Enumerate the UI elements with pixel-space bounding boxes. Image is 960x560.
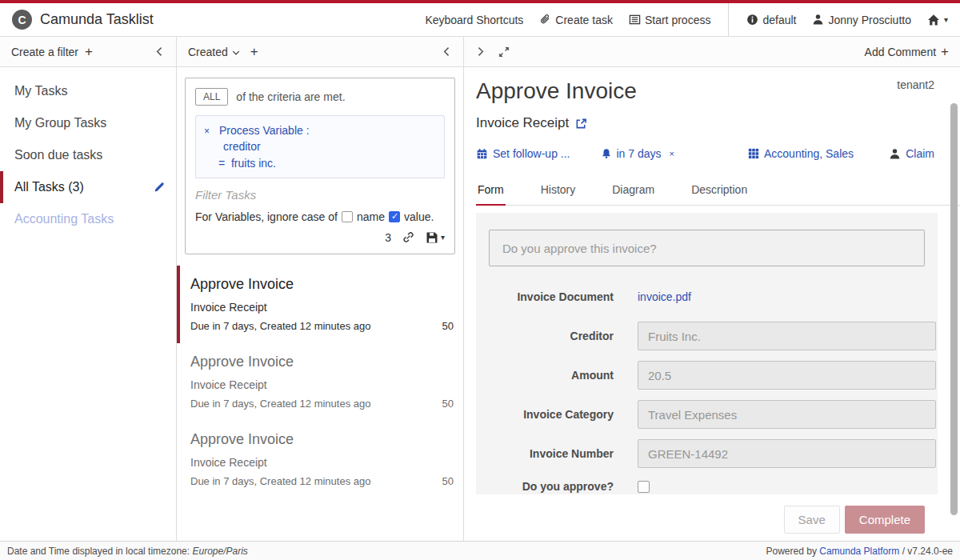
- claim-label: Claim: [906, 147, 934, 160]
- groups-button[interactable]: Accounting, Sales: [748, 147, 854, 160]
- user-menu[interactable]: Jonny Prosciutto: [812, 14, 911, 26]
- filter-label: My Tasks: [14, 84, 67, 98]
- detail-tabs: Form History Diagram Description: [476, 176, 960, 206]
- criterion-type[interactable]: Process Variable :: [219, 122, 310, 138]
- sort-by-label[interactable]: Created: [188, 46, 228, 58]
- filter-label: Accounting Tasks: [14, 212, 114, 226]
- ignore-case-row: For Variables, ignore case of name value…: [195, 210, 445, 223]
- filter-item-soon-due-tasks[interactable]: Soon due tasks: [0, 139, 176, 171]
- collapse-list-icon[interactable]: [442, 46, 452, 57]
- edit-filter-icon[interactable]: [154, 182, 165, 193]
- filter-list: My Tasks My Group Tasks Soon due tasks A…: [0, 67, 176, 235]
- task-actions-row: Set follow-up ... in 7 days × Accounting…: [476, 147, 960, 160]
- remove-criterion-icon[interactable]: ×: [204, 125, 210, 138]
- task-detail-panel: Add Comment + Approve Invoice tenant2 In…: [464, 37, 960, 541]
- collapse-sidebar-icon[interactable]: [154, 46, 165, 57]
- filter-item-accounting-tasks[interactable]: Accounting Tasks: [0, 203, 176, 235]
- value-checkbox-label: value.: [404, 210, 434, 223]
- header-menu: Keyboard Shortcuts Create task Start pro…: [425, 3, 948, 36]
- create-task-button[interactable]: Create task: [539, 14, 613, 26]
- tab-description[interactable]: Description: [690, 176, 749, 206]
- home-menu[interactable]: ▾: [927, 14, 948, 26]
- invoice-category-input[interactable]: [638, 400, 936, 429]
- external-link-icon[interactable]: [575, 118, 587, 130]
- caret-down-icon: ▾: [944, 15, 948, 24]
- expand-fullscreen-icon[interactable]: [498, 46, 510, 58]
- task-priority: 50: [442, 320, 454, 332]
- app-title: Camunda Tasklist: [40, 11, 154, 28]
- create-filter-button[interactable]: +: [85, 44, 93, 60]
- tenant-badge: tenant2: [897, 78, 934, 91]
- field-label: Creditor: [476, 330, 614, 342]
- criterion-operator[interactable]: =: [218, 157, 225, 170]
- ignore-case-value-checkbox[interactable]: [389, 211, 400, 222]
- keyboard-shortcuts-link[interactable]: Keyboard Shortcuts: [425, 14, 523, 26]
- complete-button[interactable]: Complete: [845, 506, 925, 534]
- bell-icon: [601, 148, 612, 159]
- invoice-number-input[interactable]: [638, 439, 936, 468]
- creditor-input[interactable]: [638, 322, 936, 350]
- task-list-item[interactable]: Approve Invoice Invoice Receipt Due in 7…: [177, 266, 463, 343]
- tab-form[interactable]: Form: [476, 176, 506, 206]
- due-date-button[interactable]: in 7 days ×: [601, 147, 674, 160]
- calendar-icon: [476, 148, 488, 160]
- detail-scrollbar[interactable]: [950, 100, 958, 538]
- engine-selector[interactable]: default: [746, 14, 796, 26]
- copy-link-icon[interactable]: [402, 231, 414, 243]
- ignore-case-name-checkbox[interactable]: [342, 211, 353, 222]
- task-list-item[interactable]: Approve Invoice Invoice Receipt Due in 7…: [177, 421, 463, 498]
- camunda-platform-link[interactable]: Camunda Platform: [819, 546, 899, 557]
- task-dates: Due in 7 days, Created 12 minutes ago: [190, 320, 370, 332]
- person-icon: [812, 14, 824, 26]
- approve-checkbox[interactable]: [638, 481, 650, 493]
- plus-icon: +: [941, 44, 949, 60]
- paperclip-icon: [539, 14, 551, 26]
- set-followup-button[interactable]: Set follow-up ...: [476, 147, 570, 160]
- form-buttons: Save Complete: [476, 506, 925, 534]
- task-list: Approve Invoice Invoice Receipt Due in 7…: [177, 266, 463, 541]
- keyboard-shortcuts-label: Keyboard Shortcuts: [425, 14, 523, 26]
- filter-item-my-tasks[interactable]: My Tasks: [0, 75, 176, 107]
- header-divider: [728, 3, 729, 36]
- filter-item-all-tasks[interactable]: All Tasks (3): [0, 171, 176, 203]
- field-label: Invoice Number: [476, 447, 614, 460]
- task-list-panel: Created + ALL of the criteria are met. ×…: [177, 37, 464, 541]
- tab-history[interactable]: History: [539, 176, 578, 206]
- scrollbar-thumb[interactable]: [950, 103, 958, 515]
- field-label: Do you approve?: [476, 480, 614, 493]
- invoice-document-link[interactable]: invoice.pdf: [638, 290, 691, 303]
- name-checkbox-label: name: [357, 210, 385, 223]
- brand: C Camunda Tasklist: [12, 10, 154, 30]
- task-priority: 50: [442, 398, 454, 410]
- filters-sidebar: Create a filter + My Tasks My Group Task…: [0, 37, 177, 541]
- save-button[interactable]: Save: [784, 506, 840, 534]
- task-list-item[interactable]: Approve Invoice Invoice Receipt Due in 7…: [177, 343, 463, 421]
- claim-button[interactable]: Claim: [889, 147, 934, 160]
- criterion-value[interactable]: = fruits inc.: [218, 155, 436, 171]
- match-type-chip[interactable]: ALL: [195, 88, 228, 106]
- filter-tasks-input[interactable]: [195, 188, 445, 202]
- criterion-value-text[interactable]: fruits inc.: [231, 157, 276, 170]
- start-process-label: Start process: [645, 14, 710, 26]
- save-search-icon[interactable]: ▾: [426, 231, 445, 244]
- task-process: Invoice Receipt: [190, 301, 454, 314]
- amount-input[interactable]: [638, 361, 936, 390]
- tab-diagram[interactable]: Diagram: [610, 176, 656, 206]
- remove-due-icon[interactable]: ×: [670, 149, 674, 158]
- collapse-detail-icon[interactable]: [475, 46, 486, 57]
- filter-item-my-group-tasks[interactable]: My Group Tasks: [0, 107, 176, 139]
- start-process-button[interactable]: Start process: [629, 14, 710, 26]
- approve-question-input[interactable]: [502, 242, 911, 255]
- criterion-box: × Process Variable : creditor = fruits i…: [195, 115, 445, 178]
- add-comment-button[interactable]: Add Comment +: [865, 44, 949, 60]
- criterion-key[interactable]: creditor: [223, 138, 436, 154]
- task-name-heading: Approve Invoice: [476, 78, 960, 104]
- version-label: / v7.24.0-ee: [902, 546, 953, 557]
- due-date-label: in 7 days: [617, 147, 662, 160]
- main-layout: Create a filter + My Tasks My Group Task…: [0, 37, 960, 541]
- add-sorting-button[interactable]: +: [250, 44, 258, 60]
- set-followup-label: Set follow-up ...: [493, 147, 570, 160]
- task-dates: Due in 7 days, Created 12 minutes ago: [190, 398, 370, 410]
- filter-label: Soon due tasks: [14, 148, 102, 162]
- sort-chevron-down-icon[interactable]: [231, 48, 241, 58]
